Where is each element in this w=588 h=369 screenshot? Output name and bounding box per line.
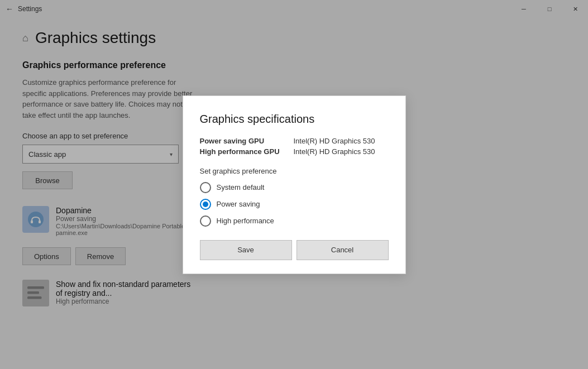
power-saving-gpu-row: Power saving GPU Intel(R) HD Graphics 53… [200,137,389,145]
cancel-button[interactable]: Cancel [297,240,389,260]
radio-circle-high-performance [200,215,211,227]
gpu-table: Power saving GPU Intel(R) HD Graphics 53… [200,137,389,156]
radio-circle-power-saving [200,199,211,210]
high-perf-gpu-row: High performance GPU Intel(R) HD Graphic… [200,147,389,156]
radio-item-power-saving[interactable]: Power saving [200,199,389,210]
radio-label-high-performance: High performance [217,217,274,225]
radio-item-high-performance[interactable]: High performance [200,215,389,227]
power-saving-gpu-label: Power saving GPU [200,137,289,145]
graphics-specs-modal: Graphics specifications Power saving GPU… [183,95,406,274]
radio-dot-power-saving [203,202,208,207]
radio-item-system-default[interactable]: System default [200,182,389,193]
radio-label-power-saving: Power saving [217,200,260,208]
modal-actions: Save Cancel [200,240,389,260]
power-saving-gpu-value: Intel(R) HD Graphics 530 [294,137,375,145]
high-perf-gpu-label: High performance GPU [200,147,289,156]
radio-circle-system-default [200,182,211,193]
high-perf-gpu-value: Intel(R) HD Graphics 530 [294,147,375,156]
pref-label: Set graphics preference [200,167,389,175]
preference-radio-group: System default Power saving High perform… [200,182,389,227]
modal-title: Graphics specifications [200,113,389,126]
modal-overlay: Graphics specifications Power saving GPU… [0,0,588,369]
save-button[interactable]: Save [200,240,292,260]
radio-label-system-default: System default [217,183,265,191]
